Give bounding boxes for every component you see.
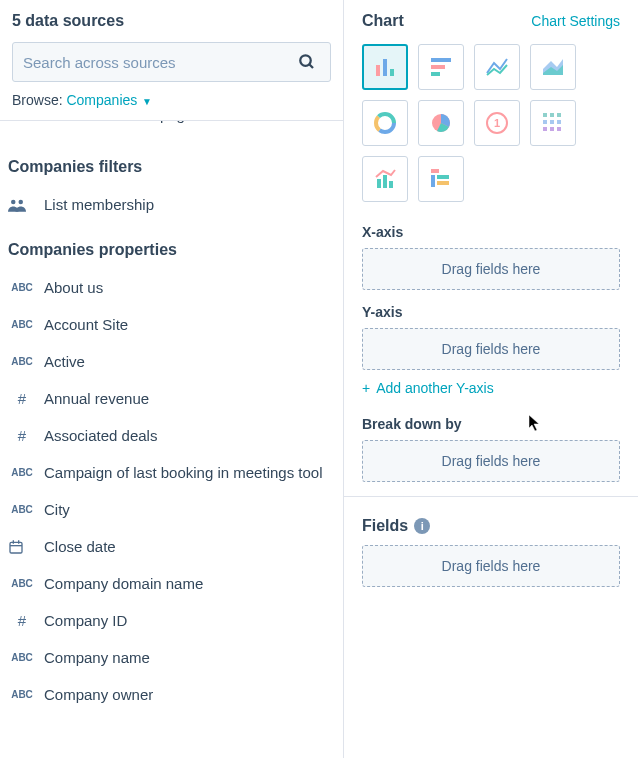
left-panel: 5 data sources Browse: Companies ▼ # Cou… bbox=[0, 0, 344, 758]
x-axis-label: X-axis bbox=[362, 224, 620, 240]
svg-rect-13 bbox=[431, 72, 440, 76]
list-item[interactable]: #Associated deals bbox=[8, 417, 335, 454]
browse-row: Browse: Companies ▼ bbox=[12, 92, 331, 108]
property-label: Annual revenue bbox=[44, 390, 149, 407]
chart-type-line[interactable] bbox=[474, 44, 520, 90]
list-item[interactable]: ABCAbout us bbox=[8, 269, 335, 306]
svg-rect-32 bbox=[431, 169, 439, 173]
x-axis-dropzone[interactable]: Drag fields here bbox=[362, 248, 620, 290]
plus-icon: + bbox=[362, 380, 370, 396]
list-item[interactable]: # Count of website pages bbox=[8, 121, 335, 136]
property-label: City bbox=[44, 501, 70, 518]
property-label: Associated deals bbox=[44, 427, 157, 444]
chart-type-vertical-bar[interactable] bbox=[362, 44, 408, 90]
text-icon: ABC bbox=[8, 689, 36, 700]
browse-dropdown[interactable]: Companies ▼ bbox=[66, 92, 152, 108]
list-item[interactable]: ABCCampaign of last booking in meetings … bbox=[8, 454, 335, 491]
property-label: Account Site bbox=[44, 316, 128, 333]
fields-dropzone[interactable]: Drag fields here bbox=[362, 545, 620, 587]
property-label: List membership bbox=[44, 196, 154, 213]
list-item[interactable]: Close date bbox=[8, 528, 335, 565]
list-item[interactable]: ABCActive bbox=[8, 343, 335, 380]
info-icon[interactable]: i bbox=[414, 518, 430, 534]
list-item[interactable]: ABCCompany name bbox=[8, 639, 335, 676]
svg-point-2 bbox=[11, 199, 16, 204]
y-axis-label: Y-axis bbox=[362, 304, 620, 320]
companies-filters-heading: Companies filters bbox=[8, 140, 335, 186]
number-icon: # bbox=[8, 427, 36, 444]
svg-rect-10 bbox=[390, 69, 394, 76]
number-icon: # bbox=[8, 390, 36, 407]
svg-rect-12 bbox=[431, 65, 445, 69]
text-icon: ABC bbox=[8, 356, 36, 367]
list-item[interactable]: List membership bbox=[8, 186, 335, 223]
list-item[interactable]: ABCCompany domain name bbox=[8, 565, 335, 602]
text-icon: ABC bbox=[8, 467, 36, 478]
breakdown-dropzone[interactable]: Drag fields here bbox=[362, 440, 620, 482]
text-icon: ABC bbox=[8, 319, 36, 330]
property-label: Count of website pages bbox=[44, 121, 201, 123]
svg-rect-30 bbox=[383, 175, 387, 188]
svg-rect-21 bbox=[550, 113, 554, 117]
svg-rect-34 bbox=[437, 175, 449, 179]
svg-rect-29 bbox=[377, 179, 381, 188]
svg-rect-31 bbox=[389, 181, 393, 188]
chart-type-area[interactable] bbox=[530, 44, 576, 90]
text-icon: ABC bbox=[8, 578, 36, 589]
add-y-axis-link[interactable]: + Add another Y-axis bbox=[362, 380, 620, 396]
fields-heading: Fields bbox=[362, 517, 408, 535]
right-panel: Chart Chart Settings 1 bbox=[344, 0, 638, 758]
chart-type-horizontal-bar[interactable] bbox=[418, 44, 464, 90]
chart-type-kpi[interactable]: 1 bbox=[474, 100, 520, 146]
svg-rect-11 bbox=[431, 58, 451, 62]
search-input[interactable] bbox=[23, 54, 294, 71]
property-label: About us bbox=[44, 279, 103, 296]
browse-label: Browse: bbox=[12, 92, 63, 108]
text-icon: ABC bbox=[8, 652, 36, 663]
svg-rect-26 bbox=[543, 127, 547, 131]
svg-rect-28 bbox=[557, 127, 561, 131]
search-icon[interactable] bbox=[294, 49, 320, 75]
svg-rect-9 bbox=[383, 59, 387, 76]
number-icon: # bbox=[8, 612, 36, 629]
property-label: Active bbox=[44, 353, 85, 370]
chart-heading: Chart bbox=[362, 12, 404, 30]
breakdown-label: Break down by bbox=[362, 416, 620, 432]
chart-type-table[interactable] bbox=[530, 100, 576, 146]
chevron-down-icon: ▼ bbox=[139, 96, 152, 107]
svg-rect-33 bbox=[431, 175, 435, 187]
list-item[interactable]: ABCCompany owner bbox=[8, 676, 335, 713]
chart-type-pie[interactable] bbox=[418, 100, 464, 146]
chart-settings-link[interactable]: Chart Settings bbox=[531, 13, 620, 29]
svg-rect-22 bbox=[557, 113, 561, 117]
companies-properties-heading: Companies properties bbox=[8, 223, 335, 269]
list-item[interactable]: ABCAccount Site bbox=[8, 306, 335, 343]
svg-rect-20 bbox=[543, 113, 547, 117]
property-label: Campaign of last booking in meetings too… bbox=[44, 464, 323, 481]
svg-rect-23 bbox=[543, 120, 547, 124]
y-axis-dropzone[interactable]: Drag fields here bbox=[362, 328, 620, 370]
list-item[interactable]: #Company ID bbox=[8, 602, 335, 639]
svg-rect-8 bbox=[376, 65, 380, 76]
property-label: Company ID bbox=[44, 612, 127, 629]
search-box[interactable] bbox=[12, 42, 331, 82]
svg-rect-24 bbox=[550, 120, 554, 124]
svg-rect-25 bbox=[557, 120, 561, 124]
svg-rect-4 bbox=[10, 542, 22, 553]
chart-type-pivot[interactable] bbox=[418, 156, 464, 202]
text-icon: ABC bbox=[8, 504, 36, 515]
list-item[interactable]: #Annual revenue bbox=[8, 380, 335, 417]
property-label: Company owner bbox=[44, 686, 153, 703]
chart-type-combo[interactable] bbox=[362, 156, 408, 202]
text-icon: ABC bbox=[8, 282, 36, 293]
svg-rect-27 bbox=[550, 127, 554, 131]
chart-type-donut[interactable] bbox=[362, 100, 408, 146]
chart-type-grid: 1 bbox=[362, 44, 620, 202]
list-item[interactable]: ABCCity bbox=[8, 491, 335, 528]
property-label: Company name bbox=[44, 649, 150, 666]
people-icon bbox=[8, 198, 36, 212]
svg-line-1 bbox=[309, 64, 313, 68]
svg-point-3 bbox=[19, 199, 24, 204]
number-icon: # bbox=[8, 121, 36, 123]
properties-scroll[interactable]: # Count of website pages Companies filte… bbox=[0, 121, 343, 758]
